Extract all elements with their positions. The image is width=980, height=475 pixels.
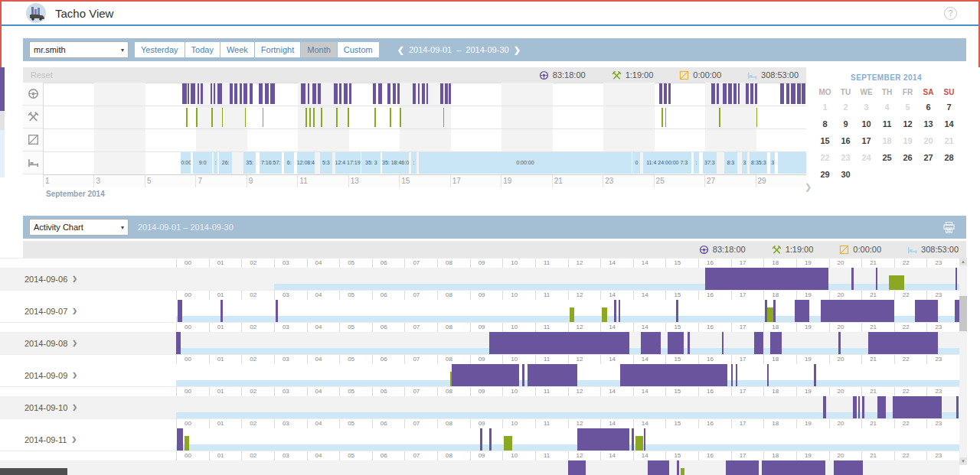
driving-bar bbox=[664, 83, 667, 104]
month-axis-label: September 2014 bbox=[46, 190, 105, 198]
calendar-empty-cell bbox=[897, 166, 918, 183]
row-date[interactable]: 2014-09-09 bbox=[24, 371, 67, 380]
hour-label: 06 bbox=[372, 323, 405, 332]
hour-label: 06 bbox=[372, 451, 405, 460]
calendar-day-25[interactable]: 25 bbox=[877, 149, 897, 166]
availability-time-value: 0:00:00 bbox=[693, 70, 721, 80]
hour-label: 12 bbox=[568, 451, 601, 460]
scroll-down-icon[interactable]: ▼ bbox=[959, 457, 967, 465]
driving-segment bbox=[648, 460, 669, 475]
activity-row-label-2014-09-07[interactable]: 2014-09-07❯ bbox=[0, 300, 176, 322]
hour-label: 16 bbox=[698, 387, 731, 396]
calendar-day-10[interactable]: 10 bbox=[856, 115, 877, 132]
driver-select[interactable]: mr.smith ▾ bbox=[29, 41, 129, 58]
range-button-fortnight[interactable]: Fortnight bbox=[255, 42, 300, 57]
hour-label: 03 bbox=[274, 323, 307, 332]
driving-bar bbox=[265, 83, 269, 104]
reset-button[interactable]: Reset bbox=[31, 70, 53, 80]
calendar-day-6[interactable]: 6 bbox=[918, 99, 939, 115]
calendar-day-26[interactable]: 26 bbox=[897, 149, 918, 166]
calendar-day-13[interactable]: 13 bbox=[918, 115, 939, 132]
range-button-custom[interactable]: Custom bbox=[338, 42, 379, 57]
driving-bar bbox=[750, 83, 753, 104]
activity-row-label-2014-09-11[interactable]: 2014-09-11❯ bbox=[0, 428, 176, 451]
driving-bar bbox=[243, 83, 247, 104]
rest-bar: 12:4 17:19: bbox=[335, 152, 361, 174]
hour-label: 07 bbox=[404, 451, 437, 460]
row-date[interactable]: 2014-09-10 bbox=[24, 403, 67, 412]
hour-label: 22 bbox=[894, 451, 927, 460]
axis-tick-label: 15 bbox=[401, 177, 410, 185]
driving-bar bbox=[797, 83, 800, 104]
axis-tick-line bbox=[145, 175, 145, 187]
scroll-up-icon[interactable]: ▲ bbox=[959, 258, 967, 265]
calendar-day-21[interactable]: 21 bbox=[939, 132, 959, 149]
calendar-day-27[interactable]: 27 bbox=[918, 149, 939, 166]
hour-label: 14 bbox=[633, 259, 666, 268]
hour-label: 20 bbox=[829, 419, 862, 428]
activity-row-label-2014-09-06[interactable]: 2014-09-06❯ bbox=[0, 268, 176, 290]
calendar-expand-icon[interactable]: ❯ bbox=[805, 182, 812, 192]
driving-segment bbox=[834, 460, 863, 475]
row-date[interactable]: 2014-09-11 bbox=[24, 435, 67, 444]
calendar-day-3[interactable]: 3 bbox=[856, 99, 877, 115]
driving-bar bbox=[259, 83, 263, 104]
scrollbar-thumb[interactable] bbox=[959, 296, 967, 331]
calendar-day-2[interactable]: 2 bbox=[835, 99, 856, 115]
row-date[interactable]: 2014-09-06 bbox=[24, 275, 67, 284]
calendar-day-15[interactable]: 15 bbox=[815, 132, 835, 149]
driving-segment bbox=[893, 396, 942, 418]
driving-segment bbox=[176, 332, 181, 354]
driving-segment bbox=[862, 396, 864, 418]
axis-tick-line bbox=[43, 175, 44, 187]
axis-tick-label: 23 bbox=[605, 177, 613, 185]
activity-date-range: 2014-09-01 – 2014-09-30 bbox=[138, 223, 234, 232]
calendar-day-5[interactable]: 5 bbox=[897, 99, 918, 115]
calendar-day-7[interactable]: 7 bbox=[939, 99, 959, 115]
printer-icon[interactable] bbox=[942, 221, 956, 234]
calendar-day-29[interactable]: 29 bbox=[815, 166, 835, 183]
calendar-day-30[interactable]: 30 bbox=[835, 166, 856, 183]
activity-header: Activity Chart ▾ 2014-09-01 – 2014-09-30 bbox=[23, 216, 966, 239]
hour-label: 05 bbox=[339, 451, 372, 460]
row-date[interactable]: 2014-09-08 bbox=[24, 339, 67, 348]
calendar-day-18[interactable]: 18 bbox=[877, 132, 897, 149]
calendar-day-11[interactable]: 11 bbox=[877, 115, 897, 132]
range-button-month[interactable]: Month bbox=[301, 42, 337, 57]
activity-row-label-2014-09-10[interactable]: 2014-09-10❯ bbox=[0, 396, 176, 418]
hour-label: 14 bbox=[633, 419, 666, 428]
view-select-value: Activity Chart bbox=[34, 223, 83, 232]
calendar-day-8[interactable]: 8 bbox=[815, 115, 835, 132]
calendar-day-23[interactable]: 23 bbox=[835, 149, 856, 166]
driving-segment bbox=[220, 300, 223, 322]
calendar-day-22[interactable]: 22 bbox=[815, 149, 835, 166]
calendar-day-28[interactable]: 28 bbox=[939, 149, 959, 166]
calendar-day-14[interactable]: 14 bbox=[939, 115, 959, 132]
range-button-week[interactable]: Week bbox=[220, 42, 254, 57]
calendar-day-20[interactable]: 20 bbox=[918, 132, 939, 149]
axis-tick-line bbox=[195, 175, 196, 187]
axis-tick-line bbox=[297, 175, 298, 187]
calendar-day-19[interactable]: 19 bbox=[897, 132, 918, 149]
vertical-scrollbar[interactable]: ▲ ▼ bbox=[959, 258, 967, 465]
calendar-day-4[interactable]: 4 bbox=[877, 99, 897, 115]
calendar-day-9[interactable]: 9 bbox=[835, 115, 856, 132]
calendar-day-17[interactable]: 17 bbox=[856, 132, 877, 149]
next-period-icon[interactable]: ❯ bbox=[514, 45, 521, 55]
activity-row-label-2014-09-08[interactable]: 2014-09-08❯ bbox=[0, 332, 176, 354]
activity-band bbox=[176, 364, 959, 386]
prev-period-icon[interactable]: ❮ bbox=[397, 45, 404, 55]
calendar-day-16[interactable]: 16 bbox=[835, 132, 856, 149]
calendar-day-1[interactable]: 1 bbox=[815, 99, 835, 115]
row-date[interactable]: 2014-09-07 bbox=[24, 307, 67, 316]
activity-row-label-2014-09-09[interactable]: 2014-09-09❯ bbox=[0, 364, 176, 386]
view-select[interactable]: Activity Chart ▾ bbox=[29, 219, 129, 236]
calendar-day-24[interactable]: 24 bbox=[856, 149, 877, 166]
rest-bar: 35: 3 bbox=[361, 152, 381, 174]
range-button-today[interactable]: Today bbox=[185, 42, 220, 57]
help-icon[interactable]: ? bbox=[944, 7, 957, 20]
availability-time: 0:00:00 bbox=[839, 245, 881, 255]
range-button-yesterday[interactable]: Yesterday bbox=[135, 42, 185, 57]
calendar-day-12[interactable]: 12 bbox=[897, 115, 918, 132]
work-segment bbox=[504, 436, 512, 451]
